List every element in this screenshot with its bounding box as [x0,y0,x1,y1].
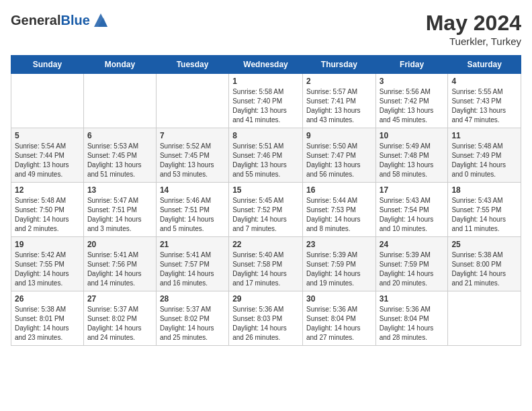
calendar-cell: 31Sunrise: 5:36 AM Sunset: 8:04 PM Dayli… [375,291,448,346]
day-info: Sunrise: 5:37 AM Sunset: 8:02 PM Dayligh… [87,305,152,342]
day-number: 2 [306,77,372,86]
day-info: Sunrise: 5:48 AM Sunset: 7:50 PM Dayligh… [15,196,80,234]
calendar-cell: 10Sunrise: 5:49 AM Sunset: 7:48 PM Dayli… [375,128,448,183]
day-info: Sunrise: 5:52 AM Sunset: 7:45 PM Dayligh… [160,142,225,179]
calendar-cell: 5Sunrise: 5:54 AM Sunset: 7:44 PM Daylig… [11,128,84,183]
day-info: Sunrise: 5:56 AM Sunset: 7:42 PM Dayligh… [380,87,445,125]
day-number: 27 [87,294,152,304]
day-number: 20 [87,240,152,249]
calendar-cell: 26Sunrise: 5:38 AM Sunset: 8:01 PM Dayli… [11,291,84,346]
calendar-cell: 22Sunrise: 5:40 AM Sunset: 7:58 PM Dayli… [229,237,303,291]
calendar-cell: 27Sunrise: 5:37 AM Sunset: 8:02 PM Dayli… [83,291,156,346]
day-number: 17 [380,185,445,195]
calendar-cell: 18Sunrise: 5:43 AM Sunset: 7:55 PM Dayli… [448,183,521,237]
calendar-cell: 11Sunrise: 5:48 AM Sunset: 7:49 PM Dayli… [448,128,521,183]
day-number: 22 [232,240,299,249]
day-number: 23 [306,240,372,249]
calendar-cell: 2Sunrise: 5:57 AM Sunset: 7:41 PM Daylig… [302,74,375,128]
day-info: Sunrise: 5:37 AM Sunset: 8:02 PM Dayligh… [160,305,225,342]
day-number: 11 [451,131,517,140]
header-monday: Monday [83,56,156,74]
day-info: Sunrise: 5:36 AM Sunset: 8:03 PM Dayligh… [232,305,299,342]
header-friday: Friday [375,56,448,74]
calendar-week-5: 26Sunrise: 5:38 AM Sunset: 8:01 PM Dayli… [11,291,521,346]
day-info: Sunrise: 5:53 AM Sunset: 7:45 PM Dayligh… [87,142,152,179]
day-number: 6 [87,131,152,140]
day-info: Sunrise: 5:44 AM Sunset: 7:53 PM Dayligh… [306,196,372,234]
calendar-cell: 13Sunrise: 5:47 AM Sunset: 7:51 PM Dayli… [83,183,156,237]
calendar-cell: 25Sunrise: 5:38 AM Sunset: 8:00 PM Dayli… [448,237,521,291]
calendar-cell: 6Sunrise: 5:53 AM Sunset: 7:45 PM Daylig… [83,128,156,183]
day-info: Sunrise: 5:43 AM Sunset: 7:54 PM Dayligh… [380,196,445,234]
calendar-week-4: 19Sunrise: 5:42 AM Sunset: 7:55 PM Dayli… [11,237,521,291]
calendar-cell: 1Sunrise: 5:58 AM Sunset: 7:40 PM Daylig… [229,74,303,128]
day-info: Sunrise: 5:57 AM Sunset: 7:41 PM Dayligh… [306,87,372,125]
calendar-table: SundayMondayTuesdayWednesdayThursdayFrid… [11,55,521,346]
day-info: Sunrise: 5:55 AM Sunset: 7:43 PM Dayligh… [451,87,517,125]
calendar-cell: 8Sunrise: 5:51 AM Sunset: 7:46 PM Daylig… [229,128,303,183]
calendar-cell: 4Sunrise: 5:55 AM Sunset: 7:43 PM Daylig… [448,74,521,128]
day-number: 3 [380,77,445,86]
day-info: Sunrise: 5:39 AM Sunset: 7:59 PM Dayligh… [306,250,372,288]
day-number: 14 [160,185,225,195]
day-number: 18 [451,185,517,195]
calendar-cell: 23Sunrise: 5:39 AM Sunset: 7:59 PM Dayli… [302,237,375,291]
logo-icon [91,11,110,30]
month-year: May 2024 [426,11,521,36]
day-info: Sunrise: 5:38 AM Sunset: 8:00 PM Dayligh… [451,250,517,288]
calendar-cell [11,74,84,128]
day-number: 26 [15,294,80,304]
calendar-cell: 12Sunrise: 5:48 AM Sunset: 7:50 PM Dayli… [11,183,84,237]
calendar-cell: 19Sunrise: 5:42 AM Sunset: 7:55 PM Dayli… [11,237,84,291]
header-wednesday: Wednesday [229,56,303,74]
day-number: 24 [380,240,445,249]
day-info: Sunrise: 5:58 AM Sunset: 7:40 PM Dayligh… [232,87,299,125]
calendar-header: SundayMondayTuesdayWednesdayThursdayFrid… [11,56,521,74]
day-info: Sunrise: 5:42 AM Sunset: 7:55 PM Dayligh… [15,250,80,288]
day-number: 10 [380,131,445,140]
day-info: Sunrise: 5:49 AM Sunset: 7:48 PM Dayligh… [380,142,445,179]
day-number: 13 [87,185,152,195]
calendar-cell: 15Sunrise: 5:45 AM Sunset: 7:52 PM Dayli… [229,183,303,237]
day-number: 16 [306,185,372,195]
day-info: Sunrise: 5:36 AM Sunset: 8:04 PM Dayligh… [306,305,372,342]
calendar-cell [156,74,228,128]
calendar-week-2: 5Sunrise: 5:54 AM Sunset: 7:44 PM Daylig… [11,128,521,183]
header-sunday: Sunday [11,56,84,74]
logo: GeneralBlue [11,11,110,30]
day-number: 8 [232,131,299,140]
calendar-cell: 29Sunrise: 5:36 AM Sunset: 8:03 PM Dayli… [229,291,303,346]
calendar-cell: 28Sunrise: 5:37 AM Sunset: 8:02 PM Dayli… [156,291,228,346]
logo-blue-text: Blue [60,13,89,28]
day-number: 28 [160,294,225,304]
day-number: 12 [15,185,80,195]
calendar-week-1: 1Sunrise: 5:58 AM Sunset: 7:40 PM Daylig… [11,74,521,128]
day-info: Sunrise: 5:47 AM Sunset: 7:51 PM Dayligh… [87,196,152,234]
day-info: Sunrise: 5:50 AM Sunset: 7:47 PM Dayligh… [306,142,372,179]
day-number: 7 [160,131,225,140]
location: Tuerkler, Turkey [426,36,521,47]
calendar-cell: 30Sunrise: 5:36 AM Sunset: 8:04 PM Dayli… [302,291,375,346]
day-info: Sunrise: 5:41 AM Sunset: 7:56 PM Dayligh… [87,250,152,288]
day-number: 4 [451,77,517,86]
day-number: 30 [306,294,372,304]
calendar-cell: 7Sunrise: 5:52 AM Sunset: 7:45 PM Daylig… [156,128,228,183]
day-info: Sunrise: 5:36 AM Sunset: 8:04 PM Dayligh… [380,305,445,342]
calendar-cell: 24Sunrise: 5:39 AM Sunset: 7:59 PM Dayli… [375,237,448,291]
day-info: Sunrise: 5:48 AM Sunset: 7:49 PM Dayligh… [451,142,517,179]
calendar-cell: 9Sunrise: 5:50 AM Sunset: 7:47 PM Daylig… [302,128,375,183]
calendar-cell: 3Sunrise: 5:56 AM Sunset: 7:42 PM Daylig… [375,74,448,128]
header-tuesday: Tuesday [156,56,228,74]
day-number: 19 [15,240,80,249]
logo-general-text: General [11,13,60,28]
day-info: Sunrise: 5:39 AM Sunset: 7:59 PM Dayligh… [380,250,445,288]
calendar-cell [83,74,156,128]
day-info: Sunrise: 5:54 AM Sunset: 7:44 PM Dayligh… [15,142,80,179]
calendar-cell: 16Sunrise: 5:44 AM Sunset: 7:53 PM Dayli… [302,183,375,237]
day-info: Sunrise: 5:38 AM Sunset: 8:01 PM Dayligh… [15,305,80,342]
header-saturday: Saturday [448,56,521,74]
calendar-week-3: 12Sunrise: 5:48 AM Sunset: 7:50 PM Dayli… [11,183,521,237]
day-number: 21 [160,240,225,249]
day-number: 29 [232,294,299,304]
day-info: Sunrise: 5:40 AM Sunset: 7:58 PM Dayligh… [232,250,299,288]
